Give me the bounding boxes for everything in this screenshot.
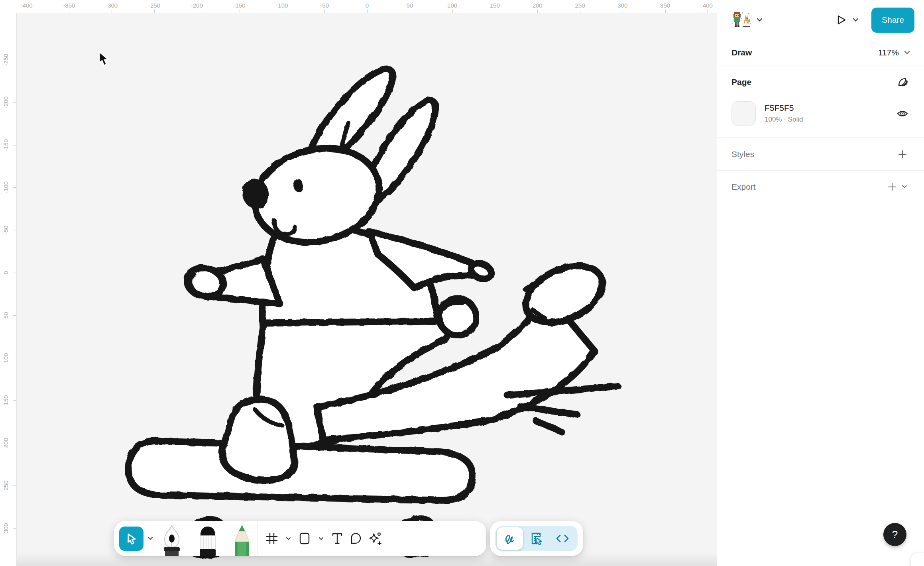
zoom-menu[interactable]: 117% (878, 48, 910, 57)
rabbit-skateboard-drawing (0, 0, 717, 566)
add-export-button[interactable] (885, 180, 899, 194)
avatar (731, 11, 751, 29)
ruler-h-label: 250 (575, 2, 585, 9)
pen-tool-button[interactable] (159, 523, 185, 556)
green-pencil-icon (231, 523, 253, 556)
frame-tool-menu-chevron[interactable] (284, 531, 293, 546)
ruler-h-label: -200 (191, 2, 203, 9)
ruler-v-label: 50 (2, 312, 9, 318)
toolbar (114, 521, 486, 556)
horizontal-ruler[interactable]: -400-350-300-250-200-150-100-50050100150… (0, 0, 717, 13)
ruler-h-label: -300 (106, 2, 118, 9)
mode-draw-button[interactable] (497, 527, 523, 550)
plus-icon (898, 150, 907, 159)
ruler-h-label: 300 (617, 2, 627, 9)
ruler-h-label: 50 (406, 2, 413, 9)
present-options-chevron[interactable] (848, 13, 863, 27)
text-tool-button[interactable] (331, 532, 344, 545)
pages-button[interactable] (895, 75, 910, 89)
present-button[interactable] (834, 13, 848, 27)
ruler-h-label: 350 (660, 2, 670, 9)
share-button[interactable]: Share (871, 8, 914, 33)
chevron-down-icon (757, 18, 762, 22)
ruler-v-label: -150 (2, 139, 9, 151)
mouse-cursor (97, 51, 113, 70)
ruler-v-label: 300 (2, 523, 9, 533)
export-options-chevron[interactable] (899, 180, 910, 194)
sparkle-plus-icon (368, 531, 382, 546)
mode-design-button[interactable] (523, 527, 549, 550)
text-icon (331, 532, 344, 545)
toggle-visibility-button[interactable] (895, 106, 910, 121)
ruler-v-label: 250 (2, 480, 9, 490)
right-sidebar: Share Draw 117% Page (717, 0, 924, 566)
ruler-h-label: 200 (533, 2, 543, 9)
ruler-h-label: -100 (276, 2, 288, 9)
pencil-tool-button[interactable] (231, 523, 253, 556)
ruler-v-label: 100 (2, 353, 9, 363)
ruler-v-label: -200 (2, 96, 9, 108)
chevron-down-icon (286, 537, 291, 540)
drawing-canvas[interactable]: -400-350-300-250-200-150-100-50050100150… (0, 0, 717, 566)
play-icon (836, 14, 847, 26)
ruler-h-label: -250 (148, 2, 160, 9)
chevron-down-icon (319, 537, 323, 540)
ruler-h-label: -400 (21, 2, 33, 9)
figma-draw-window: -400-350-300-250-200-150-100-50050100150… (0, 0, 924, 566)
account-menu[interactable] (731, 11, 762, 29)
marker-brush-icon (195, 523, 220, 556)
chevron-down-icon (904, 51, 910, 54)
code-icon (555, 531, 570, 546)
page-color-meta: 100% · Solid (765, 116, 803, 124)
shape-tool-button[interactable] (298, 532, 311, 545)
help-label: ? (892, 529, 898, 541)
page-color-swatch[interactable] (731, 101, 756, 126)
ruler-v-label: 0 (2, 271, 9, 274)
chevron-down-icon (902, 185, 907, 189)
comment-tool-button[interactable] (349, 532, 362, 545)
mode-code-button[interactable] (549, 527, 576, 550)
help-button[interactable]: ? (883, 523, 906, 546)
page-color-hex[interactable]: F5F5F5 (765, 103, 803, 113)
ruler-v-label: -50 (2, 226, 9, 234)
page-section-title: Page (731, 77, 751, 87)
mode-title: Draw (731, 48, 752, 57)
cursor-arrow-icon (124, 531, 139, 546)
ruler-v-label: -250 (2, 54, 9, 66)
speech-bubble-icon (349, 532, 362, 545)
ruler-h-label: 400 (703, 2, 713, 9)
chevron-down-icon (853, 18, 858, 22)
chevron-down-icon (148, 537, 153, 540)
ruler-v-label: 150 (2, 395, 9, 405)
scribble-icon (503, 532, 517, 545)
ruler-v-label: 200 (2, 438, 9, 448)
ruler-h-label: 100 (447, 2, 457, 9)
add-style-button[interactable] (895, 147, 910, 161)
eye-icon (896, 109, 908, 118)
pages-icon (896, 76, 908, 88)
marker-tool-button[interactable] (195, 523, 220, 556)
ruler-v-label: -100 (2, 181, 9, 193)
shape-tool-menu-chevron[interactable] (317, 531, 325, 546)
mode-switcher (490, 521, 583, 556)
ruler-h-label: -350 (63, 2, 75, 9)
select-tool-menu-chevron[interactable] (146, 531, 155, 546)
pen-nib-icon (159, 523, 185, 556)
export-section-title: Export (731, 182, 756, 192)
frame-tool-button[interactable] (265, 532, 278, 545)
ruler-h-label: -150 (234, 2, 246, 9)
vertical-ruler[interactable]: -250-200-150-100-50050100150200250300 (0, 13, 17, 566)
rectangle-icon (298, 532, 311, 545)
select-tool-button[interactable] (119, 527, 144, 551)
ruler-h-label: -50 (320, 2, 329, 9)
styles-section-title: Styles (731, 149, 754, 159)
ai-tool-button[interactable] (368, 531, 382, 546)
ruler-h-label: 150 (490, 2, 500, 9)
ruler-h-label: 0 (366, 2, 369, 9)
plus-icon (888, 183, 896, 191)
zoom-level: 117% (878, 48, 899, 57)
ruler-cursor-icon (529, 531, 543, 546)
mode-switcher-track (495, 526, 578, 551)
corner-widget (911, 553, 924, 566)
frame-icon (265, 532, 278, 545)
